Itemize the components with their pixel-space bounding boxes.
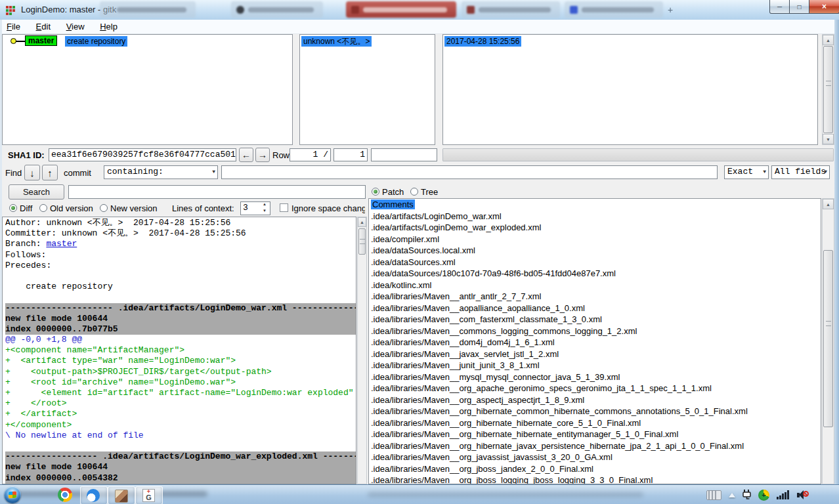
taskbar-app-button[interactable] bbox=[108, 486, 135, 504]
file-list-item[interactable]: .idea/artifacts/LoginDemo_war_exploded.x… bbox=[369, 222, 821, 234]
menu-help[interactable]: Help bbox=[93, 20, 124, 32]
back-button[interactable]: ← bbox=[239, 148, 253, 162]
patch-radio-label[interactable]: Patch bbox=[382, 187, 404, 197]
menu-file[interactable]: File bbox=[0, 20, 27, 32]
menu-edit[interactable]: Edit bbox=[30, 20, 57, 32]
file-list-item[interactable]: .idea/libraries/Maven__org_aspectj_aspec… bbox=[369, 394, 821, 406]
row-total-input[interactable]: 1 bbox=[333, 148, 368, 161]
file-list-item[interactable]: .idea/libraries/Maven__mysql_mysql_conne… bbox=[369, 371, 821, 383]
file-list-item[interactable]: .idea/compiler.xml bbox=[369, 234, 821, 245]
file-list-item[interactable]: .idea/libraries/Maven__aopalliance_aopal… bbox=[369, 303, 821, 314]
branch-label[interactable]: master bbox=[25, 35, 57, 46]
file-list-comments-row[interactable]: Comments bbox=[369, 199, 821, 211]
file-list-scrollbar[interactable]: ▲ bbox=[822, 198, 834, 484]
windows-flag-icon bbox=[9, 492, 16, 499]
minimize-button[interactable]: ─ bbox=[769, 0, 790, 14]
maximize-button[interactable]: □ bbox=[790, 0, 809, 14]
old-version-radio[interactable] bbox=[39, 204, 47, 212]
file-list-item[interactable]: .idea/libraries/Maven__dom4j_dom4j_1_6_1… bbox=[369, 337, 821, 348]
commit-author-selected[interactable]: unknown <不见。> bbox=[301, 36, 372, 47]
row-extra-input[interactable] bbox=[371, 148, 437, 161]
file-list-item[interactable]: .idea/libraries/Maven__org_jboss_jandex_… bbox=[369, 463, 821, 475]
diff-pane[interactable]: Author: unknown <不见。> 2017-04-28 15:25:5… bbox=[2, 217, 356, 484]
background-window-tab[interactable] bbox=[462, 1, 560, 18]
background-window-tab[interactable] bbox=[100, 1, 196, 18]
taskbar-app-button[interactable] bbox=[80, 486, 108, 504]
commit-list-scrollbar[interactable]: ▲ ▼ bbox=[822, 34, 834, 145]
sha1-input[interactable]: eea31f6e679039257fcf8e36f04777cca5012798 bbox=[49, 148, 236, 161]
scroll-down-icon[interactable]: ▼ bbox=[823, 134, 834, 144]
file-list-item[interactable]: .idea/libraries/Maven__org_hibernate_hib… bbox=[369, 429, 821, 440]
close-button[interactable]: × bbox=[809, 0, 839, 14]
file-list-item[interactable]: .idea/libraries/Maven__org_hibernate_com… bbox=[369, 406, 821, 417]
title-bar[interactable]: LoginDemo: master - gitk + ─ □ × bbox=[0, 0, 839, 20]
new-tab-plus-button[interactable]: + bbox=[664, 4, 676, 16]
commit-graph-pane[interactable]: master create repository bbox=[2, 34, 293, 145]
network-signal-icon[interactable] bbox=[777, 490, 790, 499]
match-mode-dropdown[interactable]: Exact▼ bbox=[724, 165, 769, 179]
show-hidden-icons-icon[interactable] bbox=[729, 493, 735, 497]
scrollbar-thumb[interactable] bbox=[823, 46, 833, 133]
file-list-item[interactable]: .idea/libraries/Maven__org_javassist_jav… bbox=[369, 452, 821, 463]
patch-radio[interactable] bbox=[372, 188, 379, 196]
volume-muted-icon[interactable] bbox=[797, 490, 810, 500]
power-plug-icon[interactable] bbox=[742, 490, 751, 500]
background-window-tab[interactable] bbox=[231, 1, 323, 18]
file-list-item[interactable]: .idea/libraries/Maven__commons_logging_c… bbox=[369, 326, 821, 337]
new-version-radio[interactable] bbox=[100, 204, 108, 212]
file-list-item[interactable]: .idea/libraries/Maven__org_hibernate_hib… bbox=[369, 417, 821, 429]
keyboard-icon[interactable] bbox=[706, 490, 721, 500]
find-prev-button[interactable]: ↑ bbox=[42, 165, 58, 180]
find-next-button[interactable]: ↓ bbox=[24, 165, 40, 180]
start-button[interactable] bbox=[4, 486, 21, 503]
commit-date-pane[interactable]: 2017-04-28 15:25:56 bbox=[442, 34, 818, 145]
menu-view[interactable]: View bbox=[60, 20, 91, 32]
tree-radio-label[interactable]: Tree bbox=[421, 187, 438, 197]
file-list-item[interactable]: .idea/libraries/Maven__com_fasterxml_cla… bbox=[369, 314, 821, 326]
file-list-item[interactable]: .idea/dataSources/180c107d-70a9-48f6-bd0… bbox=[369, 268, 821, 280]
containing-dropdown[interactable]: containing:▼ bbox=[104, 165, 218, 179]
scroll-up-icon[interactable]: ▲ bbox=[823, 35, 834, 45]
file-list-item[interactable]: .idea/libraries/Maven__javax_servlet_jst… bbox=[369, 348, 821, 360]
row-number-input[interactable]: 1 / bbox=[290, 148, 331, 161]
file-list-item[interactable]: .idea/kotlinc.xml bbox=[369, 280, 821, 291]
tree-radio[interactable] bbox=[410, 188, 418, 196]
forward-button[interactable]: → bbox=[255, 148, 270, 162]
diff-line-add: + </artifact> bbox=[5, 409, 356, 419]
search-input[interactable] bbox=[68, 185, 366, 199]
background-window-tab-active[interactable] bbox=[346, 1, 456, 18]
scrollbar-thumb[interactable] bbox=[358, 228, 366, 255]
scrollbar-thumb[interactable] bbox=[823, 250, 833, 427]
search-button[interactable]: Search bbox=[9, 184, 64, 200]
scroll-up-icon[interactable]: ▲ bbox=[358, 217, 366, 227]
branch-link[interactable]: master bbox=[46, 239, 77, 249]
find-search-input[interactable] bbox=[221, 165, 718, 179]
file-list-item[interactable]: .idea/artifacts/LoginDemo_war.xml bbox=[369, 211, 821, 222]
file-list-item[interactable]: .idea/libraries/Maven__antlr_antlr_2_7_7… bbox=[369, 291, 821, 303]
diff-radio[interactable] bbox=[9, 204, 17, 212]
fields-mode-dropdown[interactable]: All fields▼ bbox=[771, 165, 830, 179]
file-list-item[interactable]: .idea/libraries/Maven__org_hibernate_jav… bbox=[369, 440, 821, 452]
diff-scrollbar[interactable]: ▲ bbox=[357, 217, 367, 484]
file-list-pane[interactable]: Comments.idea/artifacts/LoginDemo_war.xm… bbox=[368, 198, 821, 484]
new-version-label[interactable]: New version bbox=[110, 203, 158, 213]
diff-radio-label[interactable]: Diff bbox=[20, 203, 32, 213]
file-list-item[interactable]: .idea/dataSources.local.xml bbox=[369, 245, 821, 257]
scroll-up-icon[interactable]: ▲ bbox=[823, 199, 834, 209]
antivirus-shield-icon[interactable]: + bbox=[758, 490, 769, 501]
background-window-tab[interactable] bbox=[565, 1, 663, 18]
spinner-up-icon[interactable]: ▲ bbox=[263, 202, 267, 206]
file-list-item[interactable]: .idea/libraries/Maven__org_jboss_logging… bbox=[369, 474, 821, 484]
ignore-space-label[interactable]: Ignore space chang bbox=[291, 203, 365, 213]
old-version-label[interactable]: Old version bbox=[50, 203, 93, 213]
commit-author-pane[interactable]: unknown <不见。> bbox=[299, 34, 435, 145]
taskbar-gitk-button[interactable]: +G bbox=[135, 486, 163, 504]
chrome-icon[interactable] bbox=[58, 488, 72, 502]
file-list-item[interactable]: .idea/libraries/Maven__junit_junit_3_8_1… bbox=[369, 360, 821, 371]
file-list-item[interactable]: .idea/dataSources.xml bbox=[369, 257, 821, 268]
spinner-down-icon[interactable]: ▼ bbox=[263, 209, 267, 213]
commit-message-selected[interactable]: create repository bbox=[65, 36, 127, 47]
commit-date-selected[interactable]: 2017-04-28 15:25:56 bbox=[444, 36, 521, 47]
ignore-space-checkbox[interactable] bbox=[280, 203, 288, 212]
file-list-item[interactable]: .idea/libraries/Maven__org_apache_geroni… bbox=[369, 383, 821, 394]
